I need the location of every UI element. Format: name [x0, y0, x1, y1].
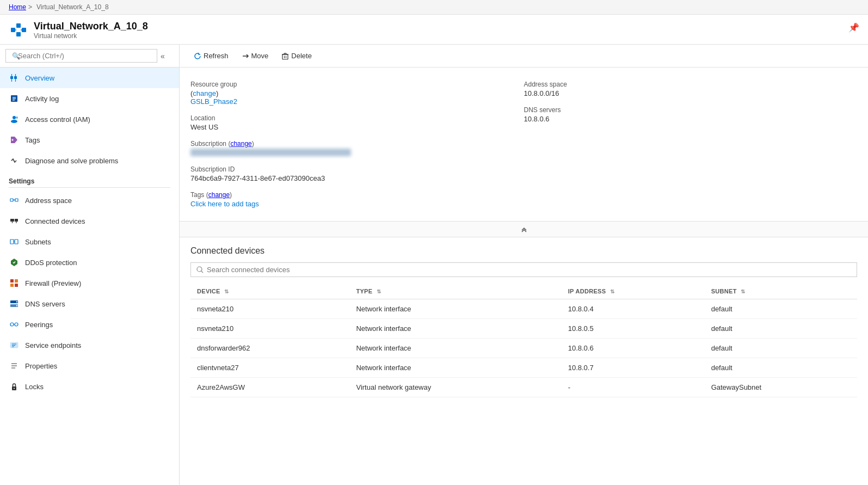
main-layout: 🔍 « Overview: [0, 45, 868, 485]
sidebar-item-locks[interactable]: Locks: [0, 376, 179, 397]
tags-add-link[interactable]: Click here to add tags: [190, 200, 259, 208]
collapse-icon: [520, 225, 528, 234]
sort-device-icon[interactable]: ⇅: [224, 288, 229, 294]
sidebar-item-label: Activity log: [25, 95, 59, 103]
content-area: Refresh Move Delete: [180, 45, 868, 485]
connected-devices-search-input[interactable]: [207, 266, 851, 274]
sidebar-item-address-space[interactable]: Address space: [0, 190, 179, 211]
refresh-button[interactable]: Refresh: [188, 49, 234, 63]
sidebar-item-label: Diagnose and solve problems: [25, 157, 118, 165]
svg-rect-0: [11, 28, 15, 32]
refresh-icon: [194, 52, 201, 60]
info-section: Resource group (change)GSLB_Phase2 Locat…: [180, 67, 868, 221]
table-header: DEVICE ⇅ TYPE ⇅ IP ADDRESS ⇅ SUBNET: [190, 284, 857, 299]
sidebar-item-peerings[interactable]: Peerings: [0, 314, 179, 335]
tags-value: Click here to add tags: [190, 200, 524, 208]
peerings-icon: [9, 319, 20, 330]
sort-subnet-icon[interactable]: ⇅: [741, 288, 745, 294]
cell-ip_address: 10.8.0.4: [562, 299, 705, 319]
connected-devices-title: Connected devices: [190, 246, 857, 256]
cell-subnet: default: [705, 319, 857, 339]
overview-icon: [9, 72, 20, 83]
search-icon: 🔍: [12, 52, 20, 60]
sidebar-item-label: Address space: [25, 197, 72, 205]
info-col-right: Address space 10.8.0.0/16 DNS servers 10…: [524, 76, 858, 212]
sidebar-item-label: Access control (IAM): [25, 115, 90, 124]
info-col-left: Resource group (change)GSLB_Phase2 Locat…: [190, 76, 524, 212]
move-button[interactable]: Move: [236, 49, 274, 63]
settings-section-label: Settings: [0, 171, 179, 187]
svg-rect-37: [10, 284, 14, 287]
ddos-icon: [9, 257, 20, 268]
properties-icon: [9, 360, 20, 371]
cell-type: Network interface: [349, 299, 561, 319]
sidebar-search-container: 🔍 «: [0, 45, 179, 67]
subscription-id-value: 764bc6a9-7927-4311-8e67-ed073090cea3: [190, 174, 524, 182]
delete-button[interactable]: Delete: [276, 49, 317, 63]
sidebar-item-label: DDoS protection: [25, 259, 77, 267]
sidebar-item-diagnose[interactable]: Diagnose and solve problems: [0, 150, 179, 171]
svg-rect-32: [10, 240, 14, 244]
location-value: West US: [190, 123, 524, 131]
dns-servers-value: 10.8.0.6: [524, 115, 858, 123]
resource-group-change-link[interactable]: change: [193, 89, 216, 97]
collapse-bar[interactable]: [180, 221, 868, 237]
devices-table: DEVICE ⇅ TYPE ⇅ IP ADDRESS ⇅ SUBNET: [190, 284, 857, 397]
cell-device: clientvneta27: [190, 358, 349, 378]
sidebar-item-label: Firewall (Preview): [25, 279, 81, 287]
sidebar-item-activity-log[interactable]: Activity log: [0, 88, 179, 109]
search-input[interactable]: [5, 49, 157, 63]
sidebar-item-connected-devices[interactable]: Connected devices: [0, 211, 179, 231]
sidebar-item-label: Connected devices: [25, 217, 85, 225]
sidebar-item-access-control[interactable]: Access control (IAM): [0, 109, 179, 130]
address-space-value: 10.8.0.0/16: [524, 89, 858, 97]
sidebar-item-service-endpoints[interactable]: Service endpoints: [0, 335, 179, 355]
svg-rect-28: [10, 219, 14, 222]
resource-group-link[interactable]: GSLB_Phase2: [190, 97, 237, 106]
subscription-item: Subscription (change) ██████████████████…: [190, 136, 524, 161]
table-row: clientvneta27Network interface10.8.0.7de…: [190, 358, 857, 378]
sidebar-item-label: Overview: [25, 74, 54, 82]
col-device: DEVICE ⇅: [190, 284, 349, 299]
cell-ip_address: 10.8.0.6: [562, 339, 705, 358]
col-type: TYPE ⇅: [349, 284, 561, 299]
col-ip-address: IP ADDRESS ⇅: [562, 284, 705, 299]
move-icon: [242, 52, 249, 60]
cell-ip_address: 10.8.0.5: [562, 319, 705, 339]
pin-icon[interactable]: 📌: [848, 22, 859, 33]
sidebar-item-tags[interactable]: Tags: [0, 130, 179, 150]
cell-subnet: default: [705, 339, 857, 358]
delete-icon: [281, 52, 289, 60]
cell-type: Virtual network gateway: [349, 378, 561, 397]
svg-rect-2: [16, 23, 21, 28]
sidebar-item-subnets[interactable]: Subnets: [0, 231, 179, 252]
svg-rect-3: [16, 32, 21, 36]
cell-device: nsvneta210: [190, 299, 349, 319]
collapse-button[interactable]: «: [161, 52, 165, 60]
info-grid: Resource group (change)GSLB_Phase2 Locat…: [190, 76, 857, 212]
subscription-label: Subscription (change): [190, 140, 524, 148]
sidebar-item-dns[interactable]: DNS servers: [0, 293, 179, 314]
table-body: nsvneta210Network interface10.8.0.4defau…: [190, 299, 857, 397]
subscription-id-label: Subscription ID: [190, 165, 524, 173]
sidebar-item-overview[interactable]: Overview: [0, 67, 179, 88]
svg-rect-33: [15, 240, 18, 244]
sort-ip-icon[interactable]: ⇅: [610, 288, 614, 294]
sidebar-item-properties[interactable]: Properties: [0, 355, 179, 376]
subscription-change-link[interactable]: change: [230, 140, 251, 148]
sidebar-item-ddos[interactable]: DDoS protection: [0, 252, 179, 273]
connected-devices-icon: [9, 216, 20, 226]
sidebar: 🔍 « Overview: [0, 45, 180, 485]
svg-rect-29: [15, 219, 18, 222]
sidebar-item-label: Subnets: [25, 238, 51, 246]
tags-change-link[interactable]: change: [208, 191, 230, 199]
sidebar-item-label: DNS servers: [25, 300, 65, 308]
breadcrumb-home[interactable]: Home: [9, 3, 26, 11]
sort-type-icon[interactable]: ⇅: [377, 288, 381, 294]
activity-log-icon: [9, 93, 20, 104]
diagnose-icon: [9, 155, 20, 166]
sidebar-item-firewall[interactable]: Firewall (Preview): [0, 273, 179, 293]
connected-devices-section: Connected devices DEVICE ⇅: [180, 237, 868, 406]
table-row: nsvneta210Network interface10.8.0.4defau…: [190, 299, 857, 319]
svg-point-54: [14, 388, 15, 389]
